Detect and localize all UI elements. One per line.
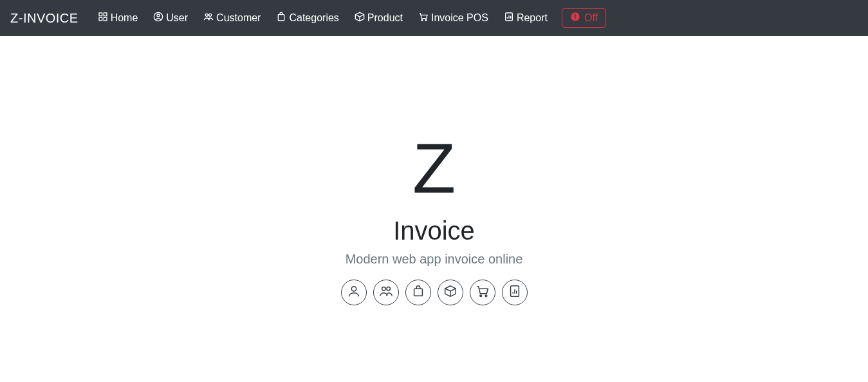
user-icon [153, 12, 163, 24]
report-icon [504, 12, 514, 24]
nav-customer-label: Customer [216, 12, 261, 24]
nav-product[interactable]: Product [349, 8, 408, 28]
svg-rect-8 [279, 15, 284, 21]
cart-outline-icon [476, 284, 490, 301]
nav-user-label: User [166, 12, 188, 24]
report-outline-icon [508, 284, 522, 301]
bag-icon [276, 12, 286, 24]
svg-point-9 [421, 19, 423, 21]
user-outline-icon [347, 284, 361, 301]
nav-user[interactable]: User [148, 8, 193, 28]
bag-outline-icon [411, 284, 425, 301]
logo-letter: Z [0, 133, 868, 204]
alert-icon [570, 12, 580, 24]
svg-point-7 [209, 14, 212, 16]
svg-point-20 [485, 295, 487, 297]
nav-categories[interactable]: Categories [271, 8, 344, 28]
hero-user-button[interactable] [341, 280, 367, 305]
svg-rect-2 [99, 17, 102, 21]
box-icon [355, 12, 365, 24]
hero-subtitle: Modern web app invoice online [0, 252, 868, 267]
svg-point-15 [351, 287, 356, 291]
svg-rect-0 [99, 13, 102, 16]
svg-point-16 [382, 287, 385, 291]
hero-report-button[interactable] [502, 280, 528, 305]
off-button[interactable]: Off [562, 8, 606, 28]
svg-point-5 [157, 14, 160, 17]
svg-rect-18 [414, 289, 422, 296]
svg-point-6 [205, 14, 208, 16]
svg-rect-3 [104, 17, 107, 21]
svg-rect-13 [575, 14, 575, 17]
hero-title: Invoice [0, 216, 868, 245]
nav-categories-label: Categories [289, 12, 338, 24]
hero-product-button[interactable] [438, 280, 463, 305]
nav-home[interactable]: Home [93, 8, 143, 28]
hero-invoice-button[interactable] [470, 280, 495, 305]
cart-icon [418, 12, 429, 24]
hero-section: Z Invoice Modern web app invoice online [0, 36, 868, 305]
nav-home-label: Home [111, 12, 138, 24]
svg-point-10 [425, 19, 427, 21]
navbar: Z-INVOICE Home User Customer Categories … [0, 0, 868, 36]
users-outline-icon [379, 284, 393, 301]
svg-rect-1 [104, 13, 107, 16]
hero-customer-button[interactable] [373, 280, 399, 305]
home-icon [98, 12, 108, 24]
nav-invoice-pos-label: Invoice POS [431, 12, 488, 24]
svg-point-19 [479, 295, 481, 297]
brand[interactable]: Z-INVOICE [10, 11, 78, 26]
nav-report[interactable]: Report [499, 8, 553, 28]
svg-rect-14 [575, 19, 575, 19]
nav-report-label: Report [517, 12, 548, 24]
users-icon [203, 12, 214, 24]
off-label: Off [584, 12, 598, 24]
hero-categories-button[interactable] [405, 280, 431, 305]
nav-invoice-pos[interactable]: Invoice POS [413, 8, 494, 28]
hero-icon-row [0, 280, 868, 305]
nav-customer[interactable]: Customer [198, 8, 266, 28]
box-outline-icon [443, 284, 457, 301]
svg-point-17 [386, 287, 390, 291]
nav-product-label: Product [367, 12, 403, 24]
